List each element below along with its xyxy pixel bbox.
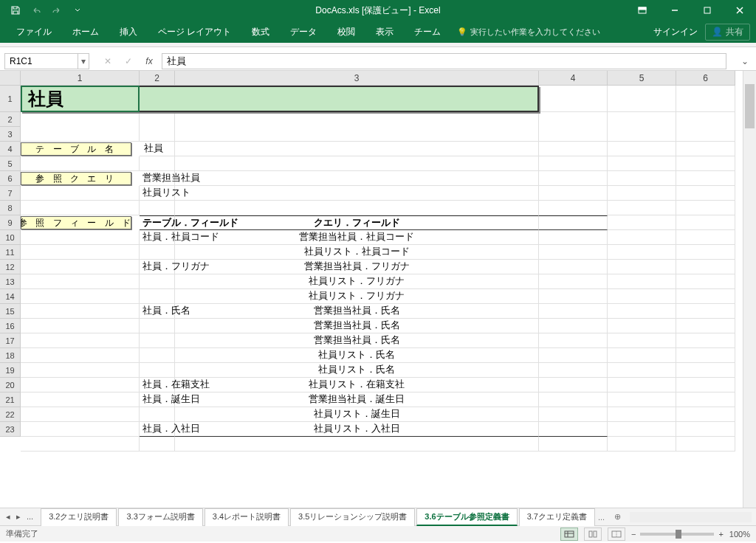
column-headers[interactable]: 123456 [21, 71, 735, 86]
share-button[interactable]: 👤 共有 [705, 24, 750, 41]
zoom-level[interactable]: 100% [729, 530, 750, 539]
tab-home[interactable]: ホーム [62, 21, 109, 43]
sheet-tab[interactable]: 3.3フォーム説明書 [118, 508, 202, 526]
row-header[interactable]: 7 [0, 186, 21, 201]
vertical-scrollbar[interactable] [743, 71, 756, 508]
column-header[interactable]: 5 [608, 71, 676, 86]
row-header[interactable]: 10 [0, 230, 21, 245]
tab-team[interactable]: チーム [404, 21, 451, 43]
cell-grid[interactable]: テ ー ブ ル 名社員参 照 ク エ リ営業担当社員社員リスト参 照 フ ィ ー… [21, 86, 743, 508]
qat-customize[interactable] [68, 1, 87, 19]
select-all-corner[interactable] [0, 71, 21, 86]
enter-formula-icon[interactable]: ✓ [120, 53, 137, 69]
tab-page-layout[interactable]: ページ レイアウト [148, 21, 241, 43]
row-header[interactable]: 19 [0, 363, 21, 378]
row-header[interactable]: 13 [0, 274, 21, 289]
section-label: 参 照 ク エ リ [21, 172, 131, 185]
save-button[interactable] [6, 1, 25, 19]
formula-input[interactable]: 社員 [162, 53, 726, 69]
tab-insert[interactable]: 挿入 [109, 21, 148, 43]
view-normal-button[interactable] [560, 528, 578, 541]
tab-formulas[interactable]: 数式 [241, 21, 280, 43]
row-header[interactable]: 17 [0, 333, 21, 348]
sheet-tab[interactable]: 3.7クエリ定義書 [519, 508, 595, 526]
row-header[interactable]: 16 [0, 319, 21, 333]
cancel-formula-icon[interactable]: ✕ [100, 53, 116, 69]
tell-me-search[interactable]: 💡 実行したい作業を入力してください [457, 27, 600, 38]
tab-nav-prev[interactable]: ▸ [15, 512, 22, 522]
undo-button[interactable] [27, 1, 46, 19]
quick-access-toolbar [0, 1, 87, 19]
redo-button[interactable] [47, 1, 66, 19]
row-header[interactable]: 14 [0, 289, 21, 304]
row-header[interactable]: 3 [0, 127, 21, 142]
section-label: 参 照 フ ィ ー ル ド [21, 216, 131, 229]
column-header[interactable]: 6 [676, 71, 735, 86]
row-headers[interactable]: 1234567891011121314151617181920212223 [0, 86, 21, 437]
row-header[interactable]: 1 [0, 86, 21, 112]
horizontal-scrollbar[interactable] [630, 512, 752, 522]
close-button[interactable] [724, 0, 756, 21]
view-page-break-button[interactable] [608, 528, 625, 541]
tab-nav-ellipsis[interactable]: ... [25, 512, 35, 522]
share-icon: 👤 [712, 27, 723, 37]
zoom-slider[interactable]: − + [631, 530, 724, 539]
fx-icon[interactable]: fx [141, 53, 157, 69]
tab-data[interactable]: データ [280, 21, 327, 43]
row-header[interactable]: 23 [0, 422, 21, 437]
row-header[interactable]: 18 [0, 348, 21, 363]
column-header[interactable]: 2 [140, 71, 175, 86]
section-label: テ ー ブ ル 名 [21, 142, 131, 156]
name-box-dropdown[interactable]: ▾ [78, 53, 89, 69]
row-header[interactable]: 5 [0, 156, 21, 171]
row-header[interactable]: 2 [0, 112, 21, 127]
view-page-layout-button[interactable] [584, 528, 602, 541]
ribbon-display-options[interactable] [626, 0, 659, 21]
tab-nav-buttons[interactable]: ◂ ▸ ... [0, 512, 39, 522]
signin-link[interactable]: サインイン [653, 26, 698, 38]
ribbon-tab-strip: ファイル ホーム 挿入 ページ レイアウト 数式 データ 校閲 表示 チーム 💡… [0, 21, 756, 43]
svg-rect-1 [639, 7, 646, 10]
column-header[interactable]: 4 [539, 71, 608, 86]
formula-bar-expand[interactable]: ⌄ [741, 56, 753, 66]
row-header[interactable]: 22 [0, 407, 21, 422]
maximize-button[interactable] [691, 0, 724, 21]
row-header[interactable]: 4 [0, 142, 21, 156]
sheet-tab-bar: ◂ ▸ ... 3.2クエリ説明書3.3フォーム説明書3.4レポート説明書3.5… [0, 508, 756, 525]
row-header[interactable]: 12 [0, 260, 21, 274]
zoom-out-button[interactable]: − [631, 530, 636, 539]
lightbulb-icon: 💡 [457, 27, 467, 37]
tab-review[interactable]: 校閲 [327, 21, 365, 43]
minimize-button[interactable] [659, 0, 691, 21]
scrollbar-thumb[interactable] [745, 84, 755, 128]
column-header[interactable]: 3 [175, 71, 539, 86]
zoom-in-button[interactable]: + [718, 530, 723, 539]
row-header[interactable]: 9 [0, 215, 21, 230]
tab-overflow-ellipsis[interactable]: ... [598, 513, 605, 522]
zoom-track[interactable] [640, 533, 714, 536]
row-header[interactable]: 15 [0, 304, 21, 319]
sheet-tab[interactable]: 3.2クエリ説明書 [41, 508, 117, 526]
row-header[interactable]: 6 [0, 171, 21, 186]
sheet-tab[interactable]: 3.5リレーションシップ説明書 [290, 508, 415, 526]
zoom-thumb[interactable] [676, 530, 681, 539]
title-bar: DocAcs.xls [保護ビュー] - Excel [0, 0, 756, 21]
svg-rect-8 [594, 531, 597, 537]
name-box[interactable]: R1C1 [4, 53, 78, 69]
svg-rect-3 [704, 7, 710, 13]
sheet-tab[interactable]: 3.6テーブル参照定義書 [416, 508, 517, 526]
share-label: 共有 [726, 26, 743, 38]
column-header[interactable]: 1 [21, 71, 140, 86]
new-sheet-button[interactable]: ⊕ [609, 510, 625, 525]
row-header[interactable]: 11 [0, 245, 21, 260]
row-header[interactable]: 20 [0, 378, 21, 392]
tab-view[interactable]: 表示 [365, 21, 404, 43]
tab-nav-first[interactable]: ◂ [4, 512, 12, 522]
sheet-tab[interactable]: 3.4レポート説明書 [205, 508, 289, 526]
row-header[interactable]: 21 [0, 392, 21, 407]
title-cell[interactable]: 社員 [21, 86, 539, 112]
svg-rect-4 [565, 531, 574, 537]
row-header[interactable]: 8 [0, 201, 21, 215]
tab-file[interactable]: ファイル [6, 21, 62, 43]
worksheet-area: 123456 123456789101112131415161718192021… [0, 71, 756, 508]
